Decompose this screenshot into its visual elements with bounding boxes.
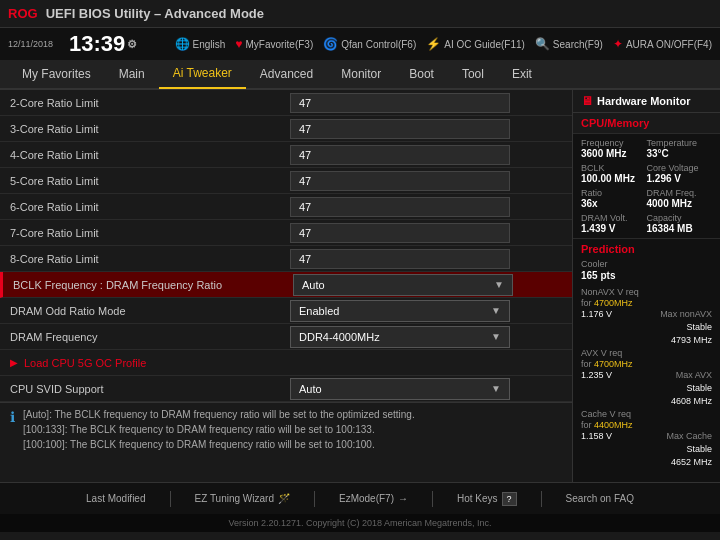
- ratio-label: Ratio: [581, 188, 647, 198]
- shortcut-aioc[interactable]: ⚡ AI OC Guide(F11): [426, 37, 525, 51]
- chevron-down-icon: ▼: [491, 305, 501, 316]
- value-box[interactable]: 47: [290, 145, 510, 165]
- datetime: 12/11/2018: [8, 39, 53, 50]
- cache-stable-row: Stable: [581, 444, 712, 454]
- nav-main[interactable]: Main: [105, 59, 159, 89]
- nonavx-maxlabel: Max nonAVX: [660, 309, 712, 319]
- ezmode-btn[interactable]: EzMode(F7) →: [339, 493, 408, 504]
- table-row: 5-Core Ratio Limit 47: [0, 168, 572, 194]
- nonavx-freq: 4793 MHz: [671, 335, 712, 345]
- dram-frequency-value: DDR4-4000MHz ▼: [290, 326, 562, 348]
- gear-icon[interactable]: ⚙: [127, 38, 137, 51]
- nav-aitweaker[interactable]: Ai Tweaker: [159, 59, 246, 89]
- nav-exit[interactable]: Exit: [498, 59, 546, 89]
- shortcut-aura[interactable]: ✦ AURA ON/OFF(F4): [613, 37, 712, 51]
- freq-value: 3600 MHz: [581, 148, 647, 159]
- nav-advanced[interactable]: Advanced: [246, 59, 327, 89]
- row-value-container: 47: [290, 145, 562, 165]
- cache-freq-row: 4652 MHz: [581, 457, 712, 467]
- cache-row: 1.158 V Max Cache: [581, 431, 712, 441]
- corevolt-value: 1.296 V: [647, 173, 713, 184]
- nav-myfavorites[interactable]: My Favorites: [8, 59, 105, 89]
- dram-frequency-dropdown[interactable]: DDR4-4000MHz ▼: [290, 326, 510, 348]
- row-label: 6-Core Ratio Limit: [10, 201, 290, 213]
- globe-icon: 🌐: [175, 37, 190, 51]
- separator: [541, 491, 542, 507]
- value-box[interactable]: 47: [290, 93, 510, 113]
- avx-value: 1.235 V: [581, 370, 612, 380]
- shortcut-aura-label: AURA ON/OFF(F4): [626, 39, 712, 50]
- row-label: 3-Core Ratio Limit: [10, 123, 290, 135]
- value-box[interactable]: 47: [290, 119, 510, 139]
- load-cpu-oc-section[interactable]: ▶ Load CPU 5G OC Profile: [0, 350, 572, 376]
- value-box[interactable]: 47: [290, 197, 510, 217]
- dramfreq-value: 4000 MHz: [647, 198, 713, 209]
- ez-tuning-btn[interactable]: EZ Tuning Wizard 🪄: [195, 493, 290, 504]
- row-value-container: 47: [290, 171, 562, 191]
- capacity-label: Capacity: [647, 213, 713, 223]
- separator: [432, 491, 433, 507]
- avx-label: AVX V req: [581, 348, 712, 358]
- row-label: 5-Core Ratio Limit: [10, 175, 290, 187]
- cache-stable: Stable: [686, 444, 712, 454]
- row-label: 7-Core Ratio Limit: [10, 227, 290, 239]
- bclk-dram-ratio-selected: Auto: [302, 279, 325, 291]
- freq-label: Frequency: [581, 138, 647, 148]
- nonavx-freq-row: 4793 MHz: [581, 335, 712, 345]
- shortcut-myfavorite[interactable]: ♥ MyFavorite(F3): [235, 37, 313, 51]
- cpu-memory-grid: Frequency 3600 MHz Temperature 33°C BCLK…: [573, 134, 720, 239]
- load-cpu-oc-label: Load CPU 5G OC Profile: [24, 357, 146, 369]
- dram-frequency-row: DRAM Frequency DDR4-4000MHz ▼: [0, 324, 572, 350]
- shortcut-qfan[interactable]: 🌀 Qfan Control(F6): [323, 37, 416, 51]
- ez-tuning-label: EZ Tuning Wizard: [195, 493, 274, 504]
- shortcut-english-label: English: [193, 39, 226, 50]
- chevron-down-icon: ▼: [494, 279, 504, 290]
- chevron-down-icon: ▼: [491, 383, 501, 394]
- cpu-svid-dropdown[interactable]: Auto ▼: [290, 378, 510, 400]
- search-faq-btn[interactable]: Search on FAQ: [566, 493, 634, 504]
- nonavx-label: NonAVX V req: [581, 287, 712, 297]
- value-box[interactable]: 47: [290, 249, 510, 269]
- prediction-title: Prediction: [581, 243, 712, 255]
- rog-logo: ROG: [8, 6, 38, 21]
- hotkeys-btn[interactable]: Hot Keys ?: [457, 492, 517, 506]
- nav-monitor[interactable]: Monitor: [327, 59, 395, 89]
- avx-freq-row: 4608 MHz: [581, 396, 712, 406]
- avx-maxlabel: Max AVX: [676, 370, 712, 380]
- version-text: Version 2.20.1271. Copyright (C) 2018 Am…: [228, 518, 491, 528]
- bclk-dram-ratio-row: BCLK Frequency : DRAM Frequency Ratio Au…: [0, 272, 572, 298]
- info-bar: 12/11/2018 13:39 ⚙ 🌐 English ♥ MyFavorit…: [0, 28, 720, 60]
- table-row: 3-Core Ratio Limit 47: [0, 116, 572, 142]
- shortcut-english[interactable]: 🌐 English: [175, 37, 226, 51]
- dram-odd-ratio-label: DRAM Odd Ratio Mode: [10, 305, 290, 317]
- cache-value: 1.158 V: [581, 431, 612, 441]
- bclk-label: BCLK: [581, 163, 647, 173]
- separator: [170, 491, 171, 507]
- cpu-svid-value: Auto ▼: [290, 378, 562, 400]
- nav-boot[interactable]: Boot: [395, 59, 448, 89]
- bclk-dram-ratio-dropdown[interactable]: Auto ▼: [293, 274, 513, 296]
- dram-odd-ratio-dropdown[interactable]: Enabled ▼: [290, 300, 510, 322]
- info-line-3: [100:100]: The BCLK frequency to DRAM fr…: [23, 437, 415, 452]
- hw-monitor-header: 🖥 Hardware Monitor: [573, 90, 720, 113]
- temp-value: 33°C: [647, 148, 713, 159]
- monitor-icon: 🖥: [581, 94, 593, 108]
- bolt-icon: ⚡: [426, 37, 441, 51]
- shortcut-search[interactable]: 🔍 Search(F9): [535, 37, 603, 51]
- nav-tool[interactable]: Tool: [448, 59, 498, 89]
- clock: 13:39 ⚙: [69, 31, 137, 57]
- aura-icon: ✦: [613, 37, 623, 51]
- nonavx-stable-row: Stable: [581, 322, 712, 332]
- value-box[interactable]: 47: [290, 171, 510, 191]
- heart-icon: ♥: [235, 37, 242, 51]
- date: 12/11/2018: [8, 39, 53, 50]
- triangle-right-icon: ▶: [10, 357, 18, 368]
- info-text: [Auto]: The BCLK frequency to DRAM frequ…: [23, 407, 415, 458]
- avx-freq: 4608 MHz: [671, 396, 712, 406]
- search-icon: 🔍: [535, 37, 550, 51]
- avx-for-label: for 4700MHz: [581, 359, 712, 369]
- cpu-svid-row: CPU SVID Support Auto ▼: [0, 376, 572, 402]
- value-box[interactable]: 47: [290, 223, 510, 243]
- last-modified-btn[interactable]: Last Modified: [86, 493, 145, 504]
- row-label: 8-Core Ratio Limit: [10, 253, 290, 265]
